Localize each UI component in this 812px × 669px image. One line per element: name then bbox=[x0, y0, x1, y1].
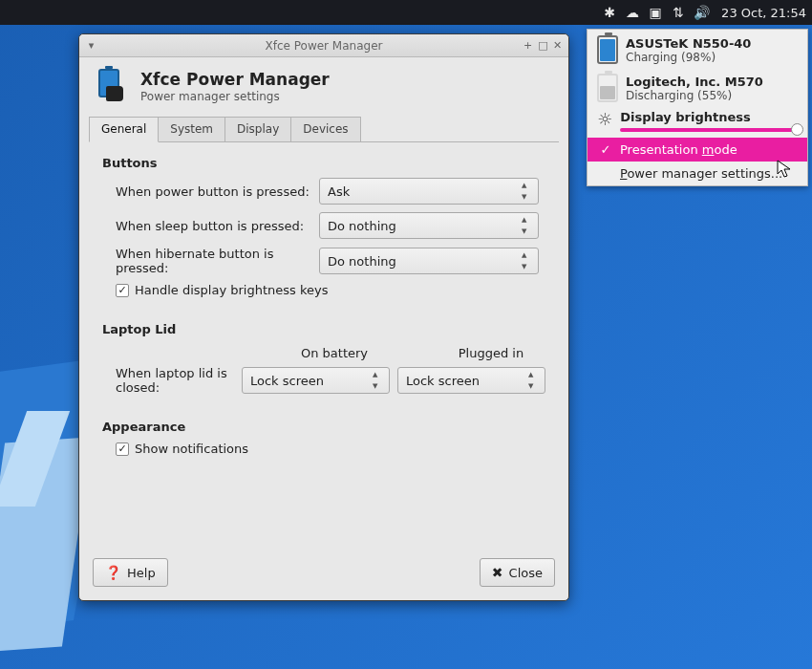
show-notifications-checkbox[interactable]: ✓ Show notifications bbox=[116, 442, 545, 456]
lid-plugged-select[interactable]: Lock screen ▲▼ bbox=[397, 367, 545, 394]
brightness-label: Display brightness bbox=[620, 110, 798, 124]
help-icon: ❓ bbox=[105, 565, 121, 580]
battery-icon bbox=[597, 74, 618, 102]
window-menu-icon[interactable]: ▾ bbox=[85, 39, 97, 52]
cloud-icon[interactable]: ☁ bbox=[624, 5, 641, 20]
tab-system[interactable]: System bbox=[158, 117, 225, 141]
battery-icon bbox=[597, 35, 618, 64]
lid-col-headers: On battery Plugged in bbox=[280, 346, 545, 360]
network-icon[interactable]: ⇅ bbox=[670, 5, 687, 20]
row-hibernate-button: When hibernate button is pressed: Do not… bbox=[116, 247, 545, 275]
tray-device: ASUSTeK N550-40 Charging (98%) bbox=[588, 30, 807, 68]
tab-devices[interactable]: Devices bbox=[290, 117, 360, 141]
clock-label[interactable]: 23 Oct, 21:54 bbox=[721, 6, 806, 20]
section-appearance: Appearance bbox=[102, 420, 545, 434]
section-buttons: Buttons bbox=[102, 156, 545, 170]
device-status: Discharging (55%) bbox=[626, 89, 763, 102]
row-power-button: When power button is pressed: Ask ▲▼ bbox=[116, 178, 545, 205]
page-title: Xfce Power Manager bbox=[140, 70, 330, 89]
lid-battery-select[interactable]: Lock screen ▲▼ bbox=[242, 367, 390, 394]
power-button-label: When power button is pressed: bbox=[116, 184, 311, 199]
row-lid-closed: When laptop lid is closed: Lock screen ▲… bbox=[116, 366, 545, 395]
hibernate-button-select[interactable]: Do nothing ▲▼ bbox=[319, 248, 539, 274]
power-tray-popup: ASUSTeK N550-40 Charging (98%) Logitech,… bbox=[587, 29, 808, 186]
brightness-keys-checkbox[interactable]: ✓ Handle display brightness keys bbox=[116, 283, 545, 297]
maximize-icon[interactable]: □ bbox=[537, 39, 549, 52]
power-button-select[interactable]: Ask ▲▼ bbox=[319, 178, 539, 205]
sleep-button-select[interactable]: Do nothing ▲▼ bbox=[319, 212, 539, 239]
tab-content: Buttons When power button is pressed: As… bbox=[79, 142, 568, 549]
spin-icon: ▲▼ bbox=[522, 182, 533, 201]
col-plugged-in: Plugged in bbox=[437, 346, 545, 360]
header: Xfce Power Manager Power manager setting… bbox=[79, 57, 568, 111]
row-sleep-button: When sleep button is pressed: Do nothing… bbox=[116, 212, 545, 239]
brightness-icon: ☼ bbox=[597, 111, 612, 128]
device-name: Logitech, Inc. M570 bbox=[626, 75, 763, 89]
battery-icon[interactable]: ▣ bbox=[647, 5, 664, 20]
volume-icon[interactable]: 🔊 bbox=[693, 5, 710, 20]
device-name: ASUSTeK N550-40 bbox=[626, 36, 751, 51]
footer: ❓ Help ✖ Close bbox=[79, 549, 568, 600]
close-button[interactable]: ✖ Close bbox=[480, 558, 555, 587]
tabs: General System Display Devices bbox=[89, 117, 559, 142]
page-subtitle: Power manager settings bbox=[140, 90, 330, 103]
tab-display[interactable]: Display bbox=[224, 117, 291, 141]
power-manager-icon bbox=[93, 67, 131, 105]
presentation-mode-item[interactable]: ✓ Presentation mode bbox=[588, 138, 807, 162]
brightness-row: ☼ Display brightness bbox=[588, 106, 807, 138]
check-icon: ✓ bbox=[116, 442, 129, 456]
top-panel: ✱ ☁ ▣ ⇅ 🔊 23 Oct, 21:54 bbox=[0, 0, 812, 25]
check-icon: ✓ bbox=[599, 142, 612, 157]
lid-closed-label: When laptop lid is closed: bbox=[116, 366, 234, 395]
window-title: Xfce Power Manager bbox=[266, 39, 383, 53]
section-lid: Laptop Lid bbox=[102, 322, 545, 336]
tab-general[interactable]: General bbox=[89, 117, 159, 142]
brightness-slider[interactable] bbox=[620, 128, 798, 132]
tray-device: Logitech, Inc. M570 Discharging (55%) bbox=[588, 68, 807, 106]
power-settings-item[interactable]: Power manager settings... bbox=[588, 162, 807, 185]
close-icon: ✖ bbox=[492, 565, 503, 580]
close-icon[interactable]: ✕ bbox=[551, 39, 564, 52]
power-manager-window: ▾ Xfce Power Manager + □ ✕ Xfce Power Ma… bbox=[78, 33, 569, 601]
help-button[interactable]: ❓ Help bbox=[93, 558, 168, 587]
sleep-button-label: When sleep button is pressed: bbox=[116, 219, 311, 233]
check-icon: ✓ bbox=[116, 284, 129, 297]
bluetooth-icon[interactable]: ✱ bbox=[601, 5, 618, 20]
window-spacer-icon[interactable]: + bbox=[522, 39, 534, 52]
col-on-battery: On battery bbox=[280, 346, 389, 360]
titlebar[interactable]: ▾ Xfce Power Manager + □ ✕ bbox=[79, 34, 568, 57]
device-status: Charging (98%) bbox=[626, 51, 751, 64]
hibernate-button-label: When hibernate button is pressed: bbox=[116, 247, 311, 275]
